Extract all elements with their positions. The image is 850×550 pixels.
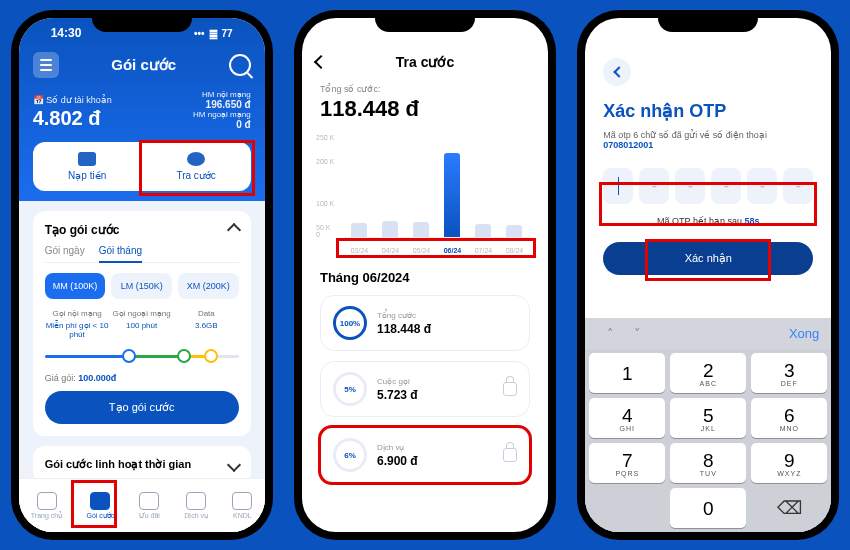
tab-kndl[interactable]: KNDL: [232, 492, 252, 519]
gift-icon: [139, 492, 159, 510]
page-title: Tra cước: [316, 54, 534, 70]
tab-lookup[interactable]: Tra cước: [142, 142, 251, 191]
home-icon: [37, 492, 57, 510]
plan-price: Giá gói: 100.000đ: [45, 373, 239, 383]
page-title: Xác nhận OTP: [603, 100, 813, 122]
create-plan-button[interactable]: Tạo gói cước: [45, 391, 239, 424]
create-plan-card: Tạo gói cước Gói ngày Gói tháng MM (100K…: [33, 211, 251, 436]
bottom-tabbar: Trang chủ Gói cước Ưu đãi Dịch vụ KNDL: [19, 478, 265, 532]
numeric-keyboard: ˄˅ Xong 12ABC3DEF4GHI5JKL6MNO7PQRS8TUV9W…: [585, 318, 831, 532]
key-3[interactable]: 3DEF: [751, 353, 827, 393]
month-heading: Tháng 06/2024: [320, 270, 530, 285]
action-tabs: Nạp tiền Tra cước: [33, 142, 251, 191]
key-2[interactable]: 2ABC: [670, 353, 746, 393]
total-amount: 118.448 đ: [320, 96, 530, 122]
plan-slider[interactable]: [45, 347, 239, 365]
row-services[interactable]: 6% Dịch vụ6.900 đ: [320, 427, 530, 483]
confirm-button[interactable]: Xác nhận: [603, 242, 813, 275]
plan-icon: [90, 492, 110, 510]
otp-digit-3[interactable]: -: [675, 168, 705, 204]
search-icon[interactable]: [229, 54, 251, 76]
row-calls[interactable]: 5% Cuộc gọi5.723 đ: [320, 361, 530, 417]
chip-lm[interactable]: LM (150K): [111, 273, 172, 299]
row-total[interactable]: 100% Tổng cước118.448 đ: [320, 295, 530, 351]
otp-expire: Mã OTP hết hạn sau 58s: [603, 216, 813, 226]
key-5[interactable]: 5JKL: [670, 398, 746, 438]
tab-offers[interactable]: Ưu đãi: [139, 492, 160, 520]
key-6[interactable]: 6MNO: [751, 398, 827, 438]
otp-subtitle: Mã otp 6 chữ số đã gửi về số điện thoại …: [603, 130, 813, 150]
usage-chart: 250 K200 K100 K50 K0 03/2404/2405/24 06/…: [320, 134, 530, 254]
status-time: 14:30: [51, 26, 82, 40]
basket-icon: [232, 492, 252, 510]
kb-down-icon[interactable]: ˅: [634, 326, 641, 341]
kb-up-icon[interactable]: ˄: [607, 326, 614, 341]
status-batt: 77: [222, 28, 233, 39]
chevron-left-icon: [613, 66, 624, 77]
ring-icon: 100%: [333, 306, 367, 340]
tab-topup[interactable]: Nạp tiền: [33, 142, 142, 191]
menu-icon[interactable]: [33, 52, 59, 78]
chip-mm[interactable]: MM (100K): [45, 273, 106, 299]
chevron-down-icon: [227, 457, 241, 471]
cup-icon: [186, 492, 206, 510]
kb-done[interactable]: Xong: [789, 326, 819, 341]
key-9[interactable]: 9WXYZ: [751, 443, 827, 483]
tab-home[interactable]: Trang chủ: [31, 492, 62, 520]
subtab-month[interactable]: Gói tháng: [99, 245, 142, 263]
key-0[interactable]: 0: [670, 488, 746, 528]
balance-label: 📅 Số dư tài khoản: [33, 95, 112, 105]
balance-amount: 4.802 đ: [33, 107, 112, 130]
page-title: Gói cước: [111, 56, 176, 74]
lock-icon: [503, 448, 517, 462]
ring-icon: 6%: [333, 438, 367, 472]
ring-icon: 5%: [333, 372, 367, 406]
subtab-day[interactable]: Gói ngày: [45, 245, 85, 256]
tab-services[interactable]: Dịch vụ: [184, 492, 208, 520]
otp-digit-5[interactable]: -: [747, 168, 777, 204]
key-1[interactable]: 1: [589, 353, 665, 393]
phone-1: 14:30 •••䷀77 Gói cước 📅 Số dư tài khoản …: [11, 10, 273, 540]
lock-icon: [503, 382, 517, 396]
card-title: Tạo gói cước: [45, 223, 120, 237]
otp-digit-2[interactable]: -: [639, 168, 669, 204]
tab-plans[interactable]: Gói cước: [87, 492, 115, 520]
total-label: Tổng số cước:: [320, 84, 530, 94]
gauge-icon: [187, 152, 205, 166]
otp-digit-6[interactable]: -: [783, 168, 813, 204]
key-delete[interactable]: ⌫: [751, 488, 827, 528]
key-8[interactable]: 8TUV: [670, 443, 746, 483]
chevron-up-icon[interactable]: [227, 223, 241, 237]
key-7[interactable]: 7PQRS: [589, 443, 665, 483]
phone-3: Xác nhận OTP Mã otp 6 chữ số đã gửi về s…: [577, 10, 839, 540]
otp-digit-1[interactable]: [603, 168, 633, 204]
card-icon: [78, 152, 96, 166]
otp-digit-4[interactable]: -: [711, 168, 741, 204]
chip-xm[interactable]: XM (200K): [178, 273, 239, 299]
phone-2: Tra cước Tổng số cước: 118.448 đ 250 K20…: [294, 10, 556, 540]
key-4[interactable]: 4GHI: [589, 398, 665, 438]
otp-inputs[interactable]: - - - - -: [603, 168, 813, 204]
back-button[interactable]: [603, 58, 631, 86]
